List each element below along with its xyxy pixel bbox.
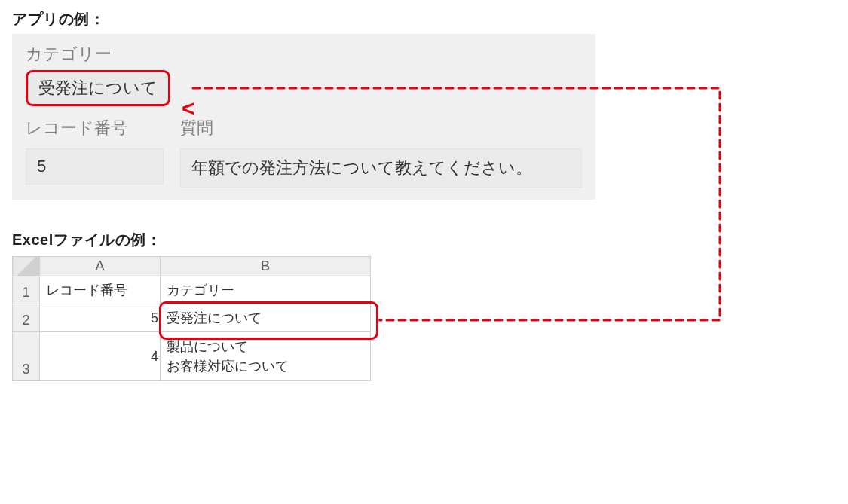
app-category-label: カテゴリー (26, 43, 582, 66)
app-record-label: レコード番号 (26, 117, 164, 139)
excel-cell-B1[interactable]: カテゴリー (161, 276, 371, 304)
app-record-value: 5 (26, 148, 164, 185)
app-question-label: 質問 (180, 117, 582, 139)
table-row: 1 レコード番号 カテゴリー (13, 276, 371, 304)
excel-cell-A2[interactable]: 5 (40, 304, 161, 332)
app-example-card: カテゴリー 受発注について < レコード番号 5 質問 年額での発注方法について… (12, 34, 595, 200)
excel-cell-A1[interactable]: レコード番号 (40, 276, 161, 304)
excel-col-header-A[interactable]: A (40, 257, 161, 276)
app-category-value-highlighted: 受発注について (26, 70, 170, 106)
excel-table-wrap: A B 1 レコード番号 カテゴリー 2 5 受発注について 3 4 製品につい… (12, 256, 370, 381)
arrow-head-icon: < (182, 97, 195, 120)
table-row: 2 5 受発注について (13, 304, 371, 332)
excel-col-header-B[interactable]: B (161, 257, 371, 276)
excel-cell-B3[interactable]: 製品についてお客様対応について (161, 332, 371, 381)
excel-row-header-3[interactable]: 3 (13, 332, 40, 381)
app-question-value: 年額での発注方法について教えてください。 (180, 148, 582, 188)
excel-cell-B2[interactable]: 受発注について (161, 304, 371, 332)
excel-select-all-corner[interactable] (13, 257, 40, 276)
heading-app-example: アプリの例： (12, 9, 836, 29)
excel-row-header-1[interactable]: 1 (13, 276, 40, 304)
table-row: 3 4 製品についてお客様対応について (13, 332, 371, 381)
excel-row-header-2[interactable]: 2 (13, 304, 40, 332)
excel-table: A B 1 レコード番号 カテゴリー 2 5 受発注について 3 4 製品につい… (12, 256, 371, 381)
heading-excel-example: Excelファイルの例： (12, 230, 836, 250)
excel-cell-A3[interactable]: 4 (40, 332, 161, 381)
